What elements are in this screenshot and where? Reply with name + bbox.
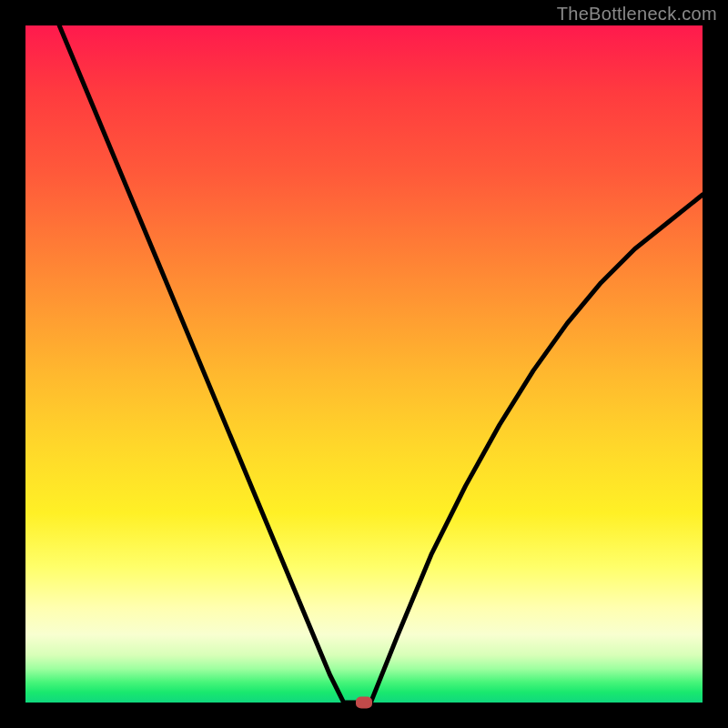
bottleneck-curve [25, 25, 703, 703]
outer-frame: TheBottleneck.com [0, 0, 728, 728]
plot-area [25, 25, 703, 703]
min-marker [356, 697, 372, 709]
watermark-text: TheBottleneck.com [557, 4, 717, 25]
curve-path [59, 25, 703, 703]
